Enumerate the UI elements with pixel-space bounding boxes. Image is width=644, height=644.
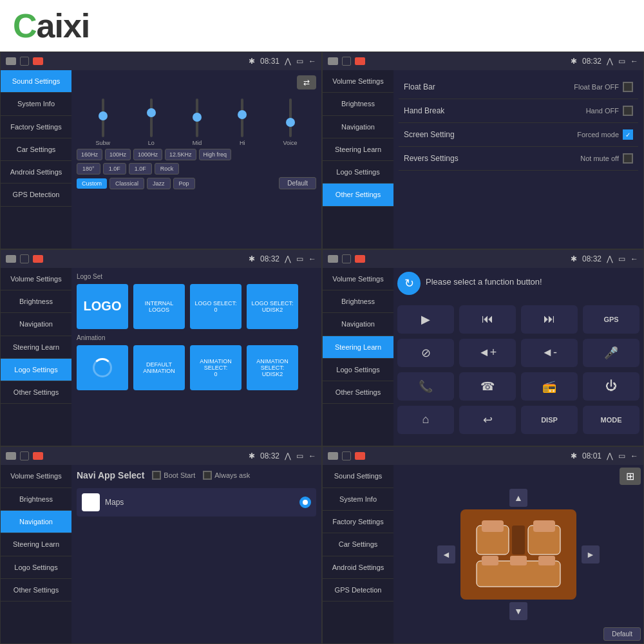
arrow-left-btn[interactable]: ◄	[437, 545, 455, 564]
steer-btn-mic[interactable]: 🎤	[583, 339, 639, 367]
screen-checkbox[interactable]	[623, 129, 633, 140]
steer-btn-disp[interactable]: DISP	[521, 406, 578, 434]
sidebar-item-logo-3[interactable]: Logo Settings	[1, 359, 71, 381]
float-bar-checkbox[interactable]	[623, 82, 633, 92]
sidebar-item-other-2[interactable]: Other Settings	[323, 184, 393, 206]
sidebar-item-brightness-5[interactable]: Brightness	[1, 488, 71, 511]
sidebar-item-navigation-3[interactable]: Navigation	[1, 313, 71, 336]
sidebar-item-other-4[interactable]: Other Settings	[323, 381, 393, 404]
sidebar-item-logo-5[interactable]: Logo Settings	[1, 556, 71, 579]
logo-tile-main[interactable]: LOGO	[77, 284, 128, 329]
boot-start-checkbox[interactable]	[152, 471, 161, 480]
sidebar-item-other-3[interactable]: Other Settings	[1, 381, 71, 404]
slider-thumb-hi[interactable]	[238, 110, 247, 119]
revers-checkbox[interactable]	[623, 153, 633, 164]
steering-refresh-btn[interactable]: ↻	[397, 272, 421, 295]
sidebar-item-volume-2[interactable]: Volume Settings	[323, 70, 393, 93]
sidebar-item-sound-6[interactable]: Sound Settings	[323, 465, 393, 488]
sidebar-item-other-5[interactable]: Other Settings	[1, 579, 71, 601]
anim-tile-select-0[interactable]: ANIMATIONSELECT:0	[190, 345, 242, 390]
sidebar-item-system-info[interactable]: System Info	[1, 93, 71, 115]
steer-btn-gps[interactable]: GPS	[583, 305, 639, 334]
slider-track-hi[interactable]	[241, 99, 243, 137]
steer-btn-mode[interactable]: MODE	[583, 406, 639, 434]
preset-pop[interactable]: Pop	[173, 178, 195, 189]
steer-btn-next[interactable]: ⏭	[521, 305, 578, 334]
slider-thumb-subw[interactable]	[99, 111, 108, 120]
slider-thumb-voice[interactable]	[286, 118, 295, 127]
sidebar-item-android-settings[interactable]: Android Settings	[1, 161, 71, 184]
eq-default-btn[interactable]: Default	[279, 177, 316, 189]
sidebar-item-volume-4[interactable]: Volume Settings	[323, 268, 393, 290]
sidebar-item-logo-2[interactable]: Logo Settings	[323, 161, 393, 184]
freq-btn-160hz[interactable]: 160Hz	[77, 149, 102, 160]
steer-btn-voldown[interactable]: ◄-	[521, 339, 578, 367]
eq-btn-rock[interactable]: Rock	[155, 163, 180, 175]
preset-jazz[interactable]: Jazz	[147, 178, 171, 189]
freq-btn-1000hz[interactable]: 1000Hz	[133, 149, 162, 160]
sidebar-item-android-6[interactable]: Android Settings	[323, 556, 393, 579]
slider-track-voice[interactable]	[289, 99, 292, 137]
freq-btn-125khz[interactable]: 12.5KHz	[165, 149, 196, 160]
car-default-btn[interactable]: Default	[603, 627, 641, 641]
sidebar-item-steering-5[interactable]: Steering Learn	[1, 533, 71, 556]
arrow-up-btn[interactable]: ▲	[509, 489, 527, 507]
arrow-down-btn[interactable]: ▼	[509, 602, 527, 620]
sidebar-item-steering-2[interactable]: Steering Learn	[323, 138, 393, 161]
steer-btn-power[interactable]: ⏻	[583, 372, 639, 401]
sidebar-item-logo-4[interactable]: Logo Settings	[323, 359, 393, 381]
freq-btn-highfreq[interactable]: High freq	[199, 149, 232, 160]
maps-radio-btn[interactable]	[299, 497, 311, 508]
sidebar-item-brightness-3[interactable]: Brightness	[1, 290, 71, 313]
sidebar-item-system-6[interactable]: System Info	[323, 488, 393, 511]
sidebar-item-navigation-4[interactable]: Navigation	[323, 313, 393, 336]
slider-thumb-lo[interactable]	[147, 108, 156, 117]
eq-btn-10f2[interactable]: 1.0F	[129, 163, 152, 175]
eq-btn-180[interactable]: 180°	[77, 163, 100, 175]
channel-toggle-btn[interactable]: ⇄	[297, 75, 316, 90]
sidebar-item-steering-3[interactable]: Steering Learn	[1, 336, 71, 359]
sidebar-item-car-6[interactable]: Car Settings	[323, 533, 393, 556]
hand-break-checkbox[interactable]	[623, 106, 633, 116]
steer-btn-phone[interactable]: 📞	[397, 372, 454, 401]
sidebar-item-sound-settings[interactable]: Sound Settings	[1, 70, 71, 93]
preset-custom[interactable]: Custom	[77, 178, 107, 189]
preset-classical[interactable]: Classical	[109, 178, 144, 189]
sidebar-item-navigation-5[interactable]: Navigation	[1, 511, 71, 533]
sidebar-item-factory-6[interactable]: Factory Settings	[323, 511, 393, 533]
steer-btn-back[interactable]: ↩	[459, 406, 516, 434]
logo-tile-select-udisk2[interactable]: LOGO SELECT:UDISK2	[247, 284, 298, 329]
slider-track-subw[interactable]	[102, 99, 104, 137]
steer-btn-play[interactable]: ▶	[397, 305, 454, 334]
equalizer-btn[interactable]: ⊞	[620, 468, 641, 485]
slider-thumb-mid[interactable]	[193, 113, 202, 122]
steer-btn-prev[interactable]: ⏮	[459, 305, 516, 334]
sidebar-item-gps-6[interactable]: GPS Detection	[323, 579, 393, 601]
slider-track-mid[interactable]	[196, 99, 198, 137]
boot-start-row: Boot Start	[152, 471, 195, 480]
steer-btn-hangup[interactable]: ☎	[459, 372, 516, 401]
logo-tile-select-0[interactable]: LOGO SELECT:0	[190, 284, 242, 329]
freq-btn-100hz[interactable]: 100Hz	[105, 149, 131, 160]
sidebar-item-brightness-2[interactable]: Brightness	[323, 93, 393, 115]
sidebar-item-navigation-2[interactable]: Navigation	[323, 116, 393, 138]
sidebar-item-steering-4[interactable]: Steering Learn	[323, 336, 393, 359]
slider-track-lo[interactable]	[150, 99, 153, 137]
sidebar-item-car-settings[interactable]: Car Settings	[1, 138, 71, 161]
eq-btn-10f1[interactable]: 1.0F	[103, 163, 126, 175]
sidebar-item-gps-detection[interactable]: GPS Detection	[1, 184, 71, 206]
arrow-right-btn[interactable]: ►	[582, 545, 600, 564]
sidebar-item-volume-3[interactable]: Volume Settings	[1, 268, 71, 290]
sidebar-item-volume-5[interactable]: Volume Settings	[1, 465, 71, 488]
logo-tile-internal[interactable]: INTERNAL LOGOS	[133, 284, 185, 329]
steer-btn-mute[interactable]: ⊘	[397, 339, 454, 367]
sidebar-item-factory-settings[interactable]: Factory Settings	[1, 116, 71, 138]
steer-btn-radio[interactable]: 📻	[521, 372, 578, 401]
anim-tile-select-udisk2[interactable]: ANIMATIONSELECT:UDISK2	[247, 345, 298, 390]
steer-btn-volup[interactable]: ◄+	[459, 339, 516, 367]
sidebar-item-brightness-4[interactable]: Brightness	[323, 290, 393, 313]
always-ask-checkbox[interactable]	[203, 471, 212, 480]
anim-tile-spinner[interactable]	[77, 345, 128, 390]
steer-btn-home[interactable]: ⌂	[397, 406, 454, 434]
anim-tile-default[interactable]: DEFAULTANIMATION	[133, 345, 185, 390]
